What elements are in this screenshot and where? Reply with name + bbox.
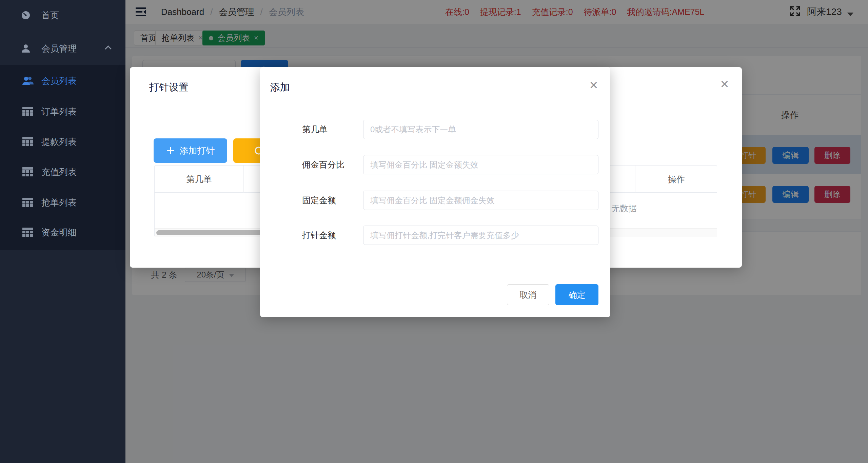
table-grid-icon <box>22 196 34 209</box>
table-grid-icon <box>22 105 34 118</box>
add-injection-label: 添加打针 <box>180 145 215 157</box>
sidebar-item-member-list[interactable]: 会员列表 <box>0 70 125 92</box>
form-row: 第几单 <box>260 120 610 139</box>
sidebar-item-withdraw-list[interactable]: 提款列表 <box>0 131 125 153</box>
table-grid-icon <box>22 136 34 148</box>
table-grid-icon <box>22 166 34 178</box>
add-injection-button[interactable]: 添加打针 <box>154 138 227 163</box>
chevron-up-icon <box>105 45 112 52</box>
cancel-button[interactable]: 取消 <box>507 284 549 305</box>
field-label-fixed-amount: 固定金额 <box>302 191 336 210</box>
sidebar-item-member-mgmt[interactable]: 会员管理 <box>0 38 125 59</box>
form-row: 固定金额 <box>260 191 610 210</box>
col-operation: 操作 <box>635 166 717 193</box>
form-row: 佣金百分比 <box>260 155 610 174</box>
dashboard-gauge-icon <box>20 9 32 21</box>
sidebar: 首页 会员管理 会员列表 订单列表 提款列表 <box>0 0 125 463</box>
person-icon <box>20 42 32 55</box>
sidebar-item-label: 抢单列表 <box>41 197 77 209</box>
sidebar-item-label: 会员列表 <box>41 75 77 87</box>
plus-icon <box>166 146 175 155</box>
field-label-order-number: 第几单 <box>302 120 328 139</box>
table-grid-icon <box>22 226 34 238</box>
sidebar-item-recharge-list[interactable]: 充值列表 <box>0 161 125 183</box>
commission-percent-input[interactable] <box>363 155 598 174</box>
col-first-order: 第几单 <box>155 166 244 193</box>
sidebar-item-label: 资金明细 <box>41 227 77 238</box>
empty-data-text: 无数据 <box>611 203 637 214</box>
sidebar-item-order-list[interactable]: 订单列表 <box>0 101 125 122</box>
fixed-amount-input[interactable] <box>363 191 598 210</box>
sidebar-item-label: 会员管理 <box>41 43 77 55</box>
app-screen: 首页 会员管理 会员列表 订单列表 提款列表 <box>0 0 868 463</box>
sidebar-item-label: 充值列表 <box>41 166 77 178</box>
field-label-injection-amount: 打针金额 <box>302 226 336 245</box>
sidebar-item-label: 提款列表 <box>41 136 77 148</box>
users-icon <box>22 75 34 87</box>
injection-amount-input[interactable] <box>363 226 598 245</box>
sidebar-item-grab-order-list[interactable]: 抢单列表 <box>0 192 125 213</box>
field-label-commission-percent: 佣金百分比 <box>302 155 344 174</box>
sidebar-item-fund-details[interactable]: 资金明细 <box>0 221 125 243</box>
modal-title: 打针设置 <box>149 81 189 94</box>
form-row: 打针金额 <box>260 226 610 245</box>
sidebar-item-label: 首页 <box>41 9 59 21</box>
sidebar-item-label: 订单列表 <box>41 106 77 118</box>
confirm-button[interactable]: 确定 <box>555 284 598 305</box>
order-number-input[interactable] <box>363 120 598 139</box>
close-icon[interactable]: × <box>717 77 732 92</box>
add-injection-modal: 添加 × 第几单 佣金百分比 固定金额 打针金额 取消 确定 <box>260 67 610 317</box>
close-icon[interactable]: × <box>586 78 601 93</box>
modal-title: 添加 <box>270 81 290 94</box>
sidebar-item-home[interactable]: 首页 <box>0 4 125 26</box>
